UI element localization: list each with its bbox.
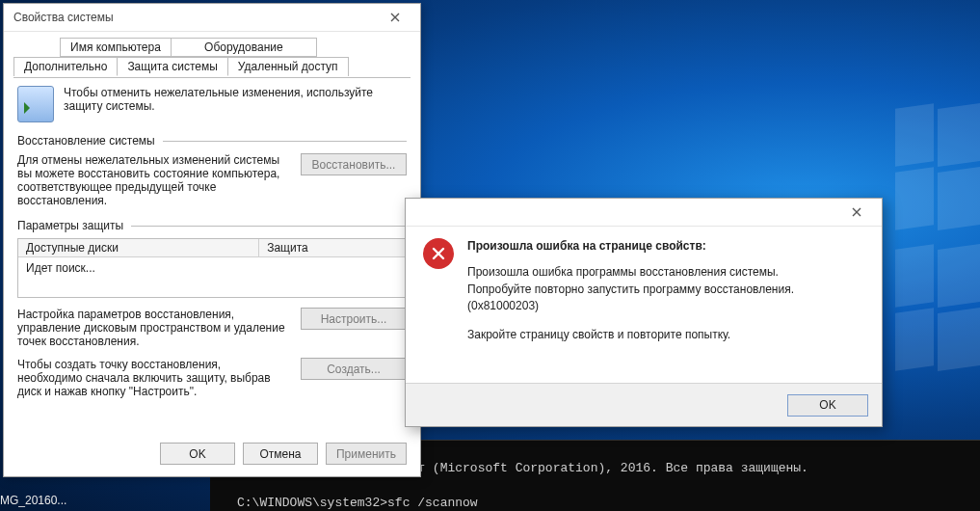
error-code: (0x81000203) [467, 298, 794, 314]
create-button[interactable]: Создать... [301, 358, 407, 380]
close-icon [852, 207, 861, 217]
tab-hardware[interactable]: Оборудование [171, 38, 317, 57]
taskbar-item-label[interactable]: MG_20160... [0, 494, 66, 507]
tab-computer-name[interactable]: Имя компьютера [60, 38, 172, 57]
cancel-button[interactable]: Отмена [243, 443, 318, 465]
error-dialog: Произошла ошибка на странице свойств: Пр… [405, 198, 883, 427]
restore-description: Для отмены нежелательных изменений систе… [17, 153, 285, 207]
section-protection-title: Параметры защиты [17, 219, 123, 232]
error-icon [423, 238, 454, 269]
close-icon [390, 13, 400, 22]
drives-grid[interactable]: Доступные диски Защита Идет поиск... [17, 238, 407, 298]
intro-text: Чтобы отменить нежелательные изменения, … [64, 86, 407, 113]
window-title: Свойства системы [13, 11, 114, 24]
configure-description: Настройка параметров восстановления, упр… [17, 308, 285, 348]
system-protection-icon [17, 86, 54, 122]
section-restore-title: Восстановление системы [17, 134, 155, 148]
ok-button[interactable]: OK [160, 443, 235, 465]
apply-button[interactable]: Применить [326, 443, 407, 465]
close-button[interactable] [376, 7, 414, 28]
tab-advanced[interactable]: Дополнительно [13, 57, 118, 76]
configure-button[interactable]: Настроить... [301, 308, 407, 330]
titlebar[interactable]: Свойства системы [4, 4, 420, 32]
desktop-wallpaper: MG_20160... строка - sfc /scannow sion 1… [0, 0, 980, 511]
error-close-button[interactable] [837, 202, 876, 223]
error-heading: Произошла ошибка на странице свойств: [467, 239, 706, 253]
error-line: Произошла ошибка программы восстановлени… [467, 264, 794, 281]
create-description: Чтобы создать точку восстановления, необ… [17, 358, 285, 398]
error-titlebar[interactable] [406, 199, 882, 227]
cmd-line: C:\WINDOWS\system32>sfc /scannow [237, 496, 478, 510]
column-drives[interactable]: Доступные диски [18, 239, 259, 256]
tab-strip: Имя компьютера Оборудование Дополнительн… [4, 32, 420, 78]
tab-content: Чтобы отменить нежелательные изменения, … [4, 78, 420, 406]
error-line: Попробуйте повторно запустить программу … [467, 282, 794, 298]
windows-logo-decoration [895, 106, 980, 376]
tab-remote[interactable]: Удаленный доступ [227, 57, 349, 76]
tab-system-protection[interactable]: Защита системы [117, 57, 227, 76]
error-line: Закройте страницу свойств и повторите по… [467, 327, 794, 343]
restore-button[interactable]: Восстановить... [301, 153, 407, 175]
column-protection[interactable]: Защита [259, 239, 316, 256]
grid-status: Идет поиск... [18, 257, 406, 279]
error-ok-button[interactable]: OK [787, 394, 868, 417]
system-properties-window: Свойства системы Имя компьютера Оборудов… [3, 3, 421, 477]
